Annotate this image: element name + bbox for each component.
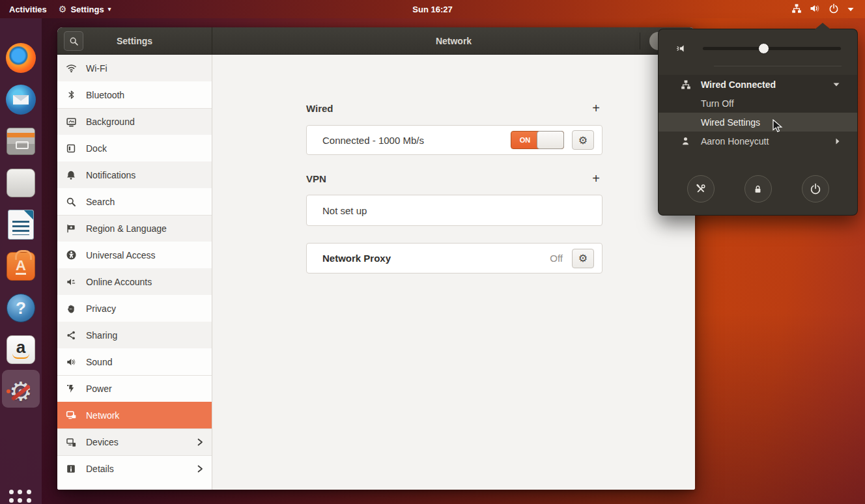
amazon-letter: a (16, 341, 25, 354)
sidebar-item-label: Details (86, 464, 114, 474)
sidebar-item-region-language[interactable]: Region & Language (57, 215, 212, 242)
add-wired-button[interactable]: + (589, 102, 603, 115)
sidebar-item-search[interactable]: Search (57, 188, 212, 215)
sidebar-item-network[interactable]: Network (57, 402, 212, 428)
sidebar-item-label: Power (86, 384, 112, 394)
menu-item-label: Wired Connected (701, 79, 776, 90)
menu-item-turn-off[interactable]: Turn Off (659, 94, 857, 113)
settings-app-icon: ⚙ (59, 4, 67, 14)
sidebar-item-sharing[interactable]: Sharing (57, 322, 212, 348)
top-bar: Activities ⚙ Settings ▾ Sun 16:27 (0, 0, 865, 18)
network-wired-icon (681, 79, 691, 90)
dock-item-thunderbird[interactable] (5, 84, 36, 115)
sidebar-item-universal-access[interactable]: Universal Access (57, 242, 212, 268)
sidebar-item-label: Sound (86, 357, 112, 367)
sidebar-item-label: Notifications (86, 170, 135, 180)
settings-window: Settings Network Wi-Fi Bluetooth Backgro… (57, 27, 695, 490)
sidebar-item-label: Network (86, 410, 119, 421)
menu-notch (815, 23, 830, 29)
chevron-right-icon (196, 438, 204, 447)
menu-separator (714, 66, 842, 66)
accessibility-icon (65, 249, 77, 261)
dock-item-settings[interactable]: ⚙ (5, 376, 36, 407)
wired-settings-button[interactable]: ⚙ (572, 130, 594, 150)
sidebar-header: Settings (57, 27, 212, 54)
wired-section-header: Wired + (306, 102, 603, 115)
sidebar-item-dock[interactable]: Dock (57, 135, 212, 161)
ubuntu-software-icon: A (7, 252, 35, 281)
dock-item-firefox[interactable] (5, 42, 36, 74)
settings-icon: ⚙ (6, 376, 36, 406)
chevron-down-icon (832, 81, 840, 87)
sidebar-item-sound[interactable]: Sound (57, 348, 212, 375)
volume-icon (810, 3, 821, 16)
wired-toggle[interactable]: ON (511, 131, 564, 149)
question-glyph: ? (16, 298, 26, 318)
power-button[interactable] (802, 175, 829, 203)
sidebar-item-label: Bluetooth (86, 90, 124, 100)
sidebar-item-label: Background (86, 117, 135, 127)
vpn-title: VPN (306, 173, 326, 184)
sidebar-item-wifi[interactable]: Wi-Fi (57, 55, 212, 81)
vpn-row[interactable]: Not set up (306, 195, 603, 226)
bluetooth-icon (65, 89, 77, 101)
speaker-icon (65, 356, 77, 368)
sidebar-item-devices[interactable]: Devices (57, 428, 212, 455)
menu-item-label: Turn Off (701, 98, 734, 109)
volume-slider[interactable] (703, 47, 841, 50)
bell-icon (65, 169, 77, 181)
sidebar-item-background[interactable]: Background (57, 108, 212, 135)
sidebar-item-label: Devices (86, 437, 119, 447)
dock-item-files[interactable] (5, 126, 36, 157)
sidebar-item-online-accounts[interactable]: Online Accounts (57, 268, 212, 295)
vpn-section-header: VPN + (306, 172, 603, 185)
sidebar-item-bluetooth[interactable]: Bluetooth (57, 81, 212, 108)
sidebar-item-label: Sharing (86, 330, 117, 341)
lock-button[interactable] (744, 175, 772, 203)
sidebar-item-privacy[interactable]: Privacy (57, 295, 212, 322)
sidebar-item-label: Online Accounts (86, 277, 152, 287)
app-menu-label: Settings (70, 5, 104, 14)
sidebar-item-details[interactable]: Details (57, 455, 212, 482)
add-vpn-button[interactable]: + (589, 172, 603, 185)
wifi-icon (65, 63, 77, 74)
amazon-icon: a (7, 335, 35, 364)
menu-item-wired-connected[interactable]: Wired Connected (659, 75, 857, 94)
sidebar: Wi-Fi Bluetooth Background Dock Notifica… (57, 55, 212, 490)
menu-item-wired-settings[interactable]: Wired Settings (659, 113, 857, 132)
show-applications-button[interactable] (9, 490, 33, 504)
menu-item-user[interactable]: Aaron Honeycutt (659, 132, 857, 150)
vpn-status: Not set up (322, 205, 594, 216)
chevron-down-icon (847, 5, 855, 14)
network-proxy-row[interactable]: Network Proxy Off ⚙ (306, 243, 603, 273)
proxy-settings-button[interactable]: ⚙ (572, 249, 594, 268)
activities-button[interactable]: Activities (9, 5, 47, 14)
sidebar-item-power[interactable]: Power (57, 375, 212, 402)
toggle-knob (537, 131, 564, 149)
dock-item-libreoffice-writer[interactable] (5, 209, 36, 240)
volume-knob[interactable] (758, 43, 769, 54)
search-icon (65, 196, 77, 208)
dock-item-ubuntu-software[interactable]: A (5, 251, 36, 282)
battery-icon (65, 383, 77, 395)
sidebar-item-label: Privacy (86, 303, 116, 314)
system-settings-button[interactable] (687, 175, 715, 203)
sidebar-item-notifications[interactable]: Notifications (57, 161, 212, 188)
search-button[interactable] (64, 31, 83, 51)
app-menu-button[interactable]: ⚙ Settings ▾ (59, 4, 111, 14)
sidebar-item-label: Dock (86, 143, 107, 154)
dock-item-help[interactable]: ? (5, 292, 36, 324)
dock-item-amazon[interactable]: a (5, 334, 36, 365)
menu-item-label: Wired Settings (701, 117, 760, 128)
user-icon (681, 136, 690, 146)
dock-icon (65, 143, 77, 154)
system-status-area[interactable] (786, 0, 860, 18)
main-header: Network (212, 27, 695, 54)
dock-item-rhythmbox[interactable] (5, 167, 36, 199)
wired-connection-row[interactable]: Connected - 1000 Mb/s ON ⚙ (306, 125, 603, 155)
clock[interactable]: Sun 16:27 (0, 5, 865, 14)
hand-icon (65, 303, 77, 315)
chevron-right-icon (834, 137, 840, 145)
sidebar-item-label: Region & Language (86, 223, 167, 234)
wired-status: Connected - 1000 Mb/s (322, 135, 511, 146)
